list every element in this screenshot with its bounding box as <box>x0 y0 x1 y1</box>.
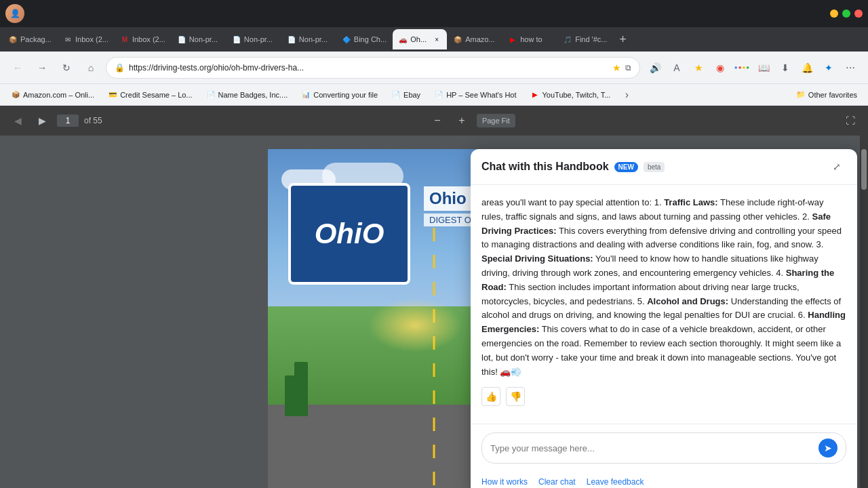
chat-input-row: ➤ <box>481 432 846 464</box>
back-button[interactable]: ← <box>8 58 27 77</box>
tab-howto[interactable]: ▶ how to <box>502 29 557 49</box>
immersive-reader-icon[interactable]: 📖 <box>754 58 773 77</box>
split-screen-icon[interactable]: ⧉ <box>625 63 631 73</box>
bookmark-hp[interactable]: 📄 HP – See What's Hot <box>429 89 521 101</box>
pdf-fullscreen-button[interactable]: ⛶ <box>841 111 860 130</box>
bookmark-amazon[interactable]: 📦 Amazon.com – Onli... <box>5 89 100 101</box>
chat-feedback-buttons: 👍 👎 <box>481 387 846 406</box>
lock-icon: 🔒 <box>115 63 125 73</box>
profile-icon[interactable]: 👤 <box>5 4 24 23</box>
pdf-page-fit-button[interactable]: Page Fit <box>477 114 515 127</box>
leave-feedback-link[interactable]: Leave feedback <box>587 477 644 487</box>
ohio-sign: OhiO <box>288 183 410 285</box>
tab-inbox1[interactable]: ✉ Inbox (2... <box>58 29 114 49</box>
tab-label-nonprofit1: Non-pr... <box>189 35 220 43</box>
edge-copilot-icon[interactable]: ✦ <box>819 58 838 77</box>
bookmark-credit-sesame[interactable]: 💳 Credit Sesame – Lo... <box>102 89 197 101</box>
tab-label-inbox2: Inbox (2... <box>132 35 165 43</box>
pdf-scrollbar-thumb[interactable] <box>861 149 867 190</box>
tab-oh-active[interactable]: 🚗 Oh... × <box>393 29 447 49</box>
chat-expand-button[interactable]: ⤢ <box>827 157 846 176</box>
bookmarks-bar: 📦 Amazon.com – Onli... 💳 Credit Sesame –… <box>0 84 868 106</box>
ohio-state-text: OhiO <box>315 218 384 250</box>
notifications-icon[interactable]: 🔔 <box>797 58 816 77</box>
bookmark-converting[interactable]: 📊 Converting your file <box>296 89 383 101</box>
address-text: https://driving-tests.org/ohio/oh-bmv-dr… <box>129 63 608 73</box>
pdf-zoom-out-button[interactable]: − <box>428 111 447 130</box>
edge-icon[interactable]: ◉ <box>711 58 730 77</box>
tab-favicon-packages: 📦 <box>8 35 18 44</box>
pdf-page-input[interactable] <box>57 115 79 127</box>
tab-favicon-nonprofit1: 📄 <box>177 35 186 44</box>
bookmark-ebay[interactable]: 📄 Ebay <box>386 89 426 101</box>
pdf-zoom-in-button[interactable]: + <box>452 111 471 130</box>
close-button[interactable] <box>854 9 863 18</box>
bookmark-favicon-hp: 📄 <box>434 90 443 100</box>
bookmark-favicon-youtube: ▶ <box>530 90 540 100</box>
pdf-viewer: ◀ ▶ of 55 − + Page Fit ⛶ <box>0 106 868 488</box>
thumbs-down-button[interactable]: 👎 <box>506 387 525 406</box>
bookmark-label-youtube: YouTube, Twitch, T... <box>542 91 611 99</box>
other-favorites-label: Other favorites <box>808 91 857 99</box>
pdf-scrollbar[interactable] <box>860 136 868 488</box>
tab-label-bing: Bing Ch... <box>354 35 387 43</box>
settings-icon[interactable]: ⋯ <box>841 58 860 77</box>
bookmarks-more-button[interactable]: › <box>618 87 635 103</box>
favorites-icon[interactable]: ★ <box>689 58 708 77</box>
tab-bing[interactable]: 🔷 Bing Ch... <box>336 29 392 49</box>
tab-favicon-inbox2: M <box>120 35 130 44</box>
pdf-next-button[interactable]: ▶ <box>33 111 52 130</box>
chat-input-field[interactable] <box>490 443 813 453</box>
star-icon[interactable]: ★ <box>612 62 621 73</box>
tab-bar: 📦 Packag... ✉ Inbox (2... M Inbox (2... … <box>0 27 868 52</box>
bookmark-name-badges[interactable]: 📄 Name Badges, Inc.... <box>201 89 294 101</box>
tab-inbox2[interactable]: M Inbox (2... <box>115 29 171 49</box>
chat-input-area: ➤ <box>471 424 857 472</box>
tab-label-packages: Packag... <box>20 35 52 43</box>
tab-favicon-tiktok: 🎵 <box>563 35 572 44</box>
browser-essentials-icon[interactable]: ● ● ● ● <box>732 58 751 77</box>
other-favorites[interactable]: 📁 Other favorites <box>791 89 863 100</box>
bookmark-youtube[interactable]: ▶ YouTube, Twitch, T... <box>525 89 616 101</box>
new-tab-button[interactable]: + <box>614 30 633 49</box>
bookmark-label-amazon: Amazon.com – Onli... <box>23 91 94 99</box>
bookmark-label-ebay: Ebay <box>403 91 420 99</box>
address-field[interactable]: 🔒 https://driving-tests.org/ohio/oh-bmv-… <box>106 57 640 79</box>
tab-nonprofit3[interactable]: 📄 Non-pr... <box>281 29 336 49</box>
window-controls <box>830 9 863 18</box>
how-it-works-link[interactable]: How it works <box>481 477 528 487</box>
pdf-toolbar: ◀ ▶ of 55 − + Page Fit ⛶ <box>0 106 868 136</box>
pdf-content: OhiO Ohio Driver Manual DIGEST OF MOTOR … <box>0 136 868 488</box>
thumbs-up-button[interactable]: 👍 <box>481 387 500 406</box>
tab-favicon-nonprofit3: 📄 <box>287 35 296 44</box>
tab-label-oh: Oh... <box>410 35 429 43</box>
tab-label-tiktok: Find '#c... <box>575 35 607 43</box>
tab-tiktok[interactable]: 🎵 Find '#c... <box>557 29 612 49</box>
chat-header: Chat with this Handbook NEW beta ⤢ <box>471 149 857 185</box>
chat-messages[interactable]: areas you'll want to pay special attenti… <box>471 185 857 424</box>
forward-button[interactable]: → <box>33 58 52 77</box>
tab-amazon[interactable]: 📦 Amazo... <box>448 29 502 49</box>
translate-icon[interactable]: A <box>667 58 686 77</box>
tab-packages[interactable]: 📦 Packag... <box>3 29 57 49</box>
read-aloud-icon[interactable]: 🔊 <box>646 58 665 77</box>
tab-favicon-nonprofit2: 📄 <box>232 35 241 44</box>
folder-icon: 📁 <box>796 90 806 99</box>
tab-favicon-bing: 🔷 <box>342 35 351 44</box>
tab-nonprofit1[interactable]: 📄 Non-pr... <box>172 29 226 49</box>
maximize-button[interactable] <box>842 9 850 18</box>
bookmark-favicon-badges: 📄 <box>206 90 216 100</box>
refresh-button[interactable]: ↻ <box>57 58 76 77</box>
home-button[interactable]: ⌂ <box>81 58 100 77</box>
chat-send-button[interactable]: ➤ <box>818 439 837 458</box>
tab-favicon-amazon: 📦 <box>453 35 462 44</box>
downloads-icon[interactable]: ⬇ <box>776 58 795 77</box>
pdf-page-total: of 55 <box>84 116 102 125</box>
tab-nonprofit2[interactable]: 📄 Non-pr... <box>226 29 281 49</box>
clear-chat-link[interactable]: Clear chat <box>538 477 576 487</box>
minimize-button[interactable] <box>830 9 838 18</box>
tab-favicon-oh: 🚗 <box>398 35 408 44</box>
bookmark-label-credit: Credit Sesame – Lo... <box>120 91 192 99</box>
pdf-prev-button[interactable]: ◀ <box>8 111 27 130</box>
tab-close-oh[interactable]: × <box>432 35 441 44</box>
